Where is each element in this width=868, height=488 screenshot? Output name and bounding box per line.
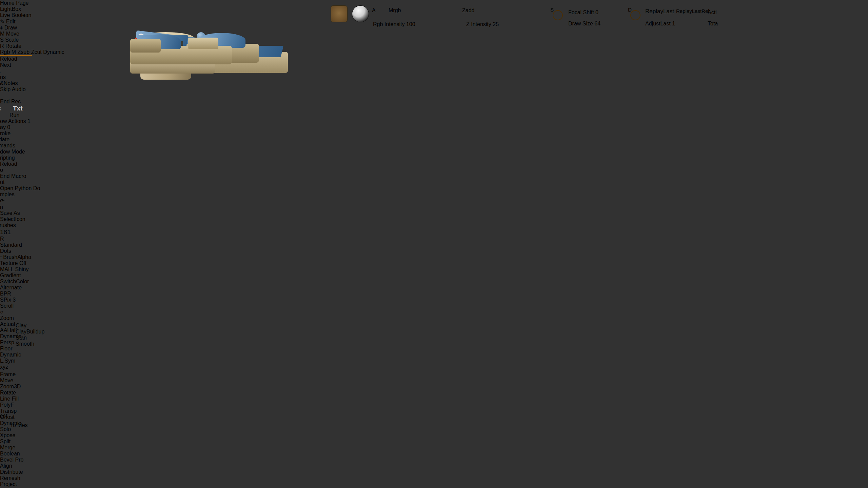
draw-size-slider[interactable]: Draw Size 64 xyxy=(568,21,600,27)
tray-stub-n[interactable]: n xyxy=(0,204,13,210)
focal-shift-slider[interactable]: Focal Shift 0 xyxy=(568,9,598,16)
replay-last-rel-button[interactable]: ReplayLastRel xyxy=(676,8,705,19)
total-label-cut: Tota xyxy=(708,21,718,27)
tray-r-button[interactable]: R xyxy=(0,236,12,242)
dynamic-label[interactable]: Dynamic xyxy=(43,49,64,55)
model-machine-right[interactable] xyxy=(130,83,218,127)
zcut-button: Zcut xyxy=(31,49,42,55)
brush-circle-icon xyxy=(553,10,563,20)
replay-last-button[interactable]: ReplayLast xyxy=(645,8,674,19)
zadd-button[interactable]: Zadd xyxy=(462,7,491,19)
viewport-canvas[interactable] xyxy=(130,32,767,488)
tray-stub-o[interactable]: o xyxy=(0,167,13,173)
activ-label-cut: Acti xyxy=(708,9,717,16)
topbar-button-live-boolean[interactable]: Live Boolean xyxy=(0,12,868,18)
edit-icon: ✎ xyxy=(0,19,4,24)
draw-icon: ⧧ xyxy=(0,25,3,30)
draw-button[interactable]: ⧧ Draw xyxy=(0,25,868,31)
tray-brush-clay[interactable]: Clay xyxy=(16,323,44,329)
tray-brush-smooth[interactable]: Smooth xyxy=(16,341,44,347)
rotate-icon: R xyxy=(0,43,4,49)
model-bottom-left[interactable] xyxy=(130,200,259,230)
move-icon: M xyxy=(0,31,4,37)
axis-gizmo[interactable] xyxy=(130,159,167,200)
tray-brush-claybuildup[interactable]: ClayBuildup xyxy=(16,329,44,335)
tray-brush-stan[interactable]: Stan xyxy=(16,335,44,341)
m-button[interactable]: M xyxy=(12,49,16,55)
tray-run-button[interactable]: Run xyxy=(9,112,31,118)
material-swatch[interactable] xyxy=(331,5,348,22)
adjust-last-slider[interactable]: AdjustLast 1 xyxy=(645,21,675,27)
brush-circle-icon xyxy=(630,10,640,20)
model-bottom-small[interactable] xyxy=(130,263,161,283)
topbar-buttons: Home PageLightBoxLive Boolean xyxy=(0,0,868,18)
tray-brush-list: ClayClayBuildupStanSmooth xyxy=(16,323,44,347)
a-button[interactable]: A xyxy=(372,7,387,19)
tray-stub-ns[interactable]: ns xyxy=(0,74,13,80)
scale-icon: S xyxy=(0,37,4,43)
mrgb-button[interactable]: Mrgb xyxy=(389,7,417,19)
topbar-button-home-page[interactable]: Home Page xyxy=(0,0,868,6)
tray-stub-ut[interactable]: ut xyxy=(0,179,13,185)
edit-button[interactable]: ✎ Edit xyxy=(0,18,868,25)
replay-settings-button[interactable]: D xyxy=(628,7,645,32)
model-bottom-right[interactable] xyxy=(130,230,232,263)
tray-stub-ect[interactable]: ect xyxy=(0,413,12,419)
stroke-settings-button[interactable]: S xyxy=(550,7,568,32)
rgb-button[interactable]: Rgb xyxy=(0,49,10,55)
rgb-intensity-slider[interactable]: Rgb Intensity 100 xyxy=(373,21,415,27)
refresh-icon[interactable]: ⟳ xyxy=(0,198,4,204)
topbar-button-lightbox[interactable]: LightBox xyxy=(0,6,868,12)
zbrush-application: Home PageLightBoxLive Boolean ✎ Edit ⧧ D… xyxy=(0,0,868,488)
tray-to-mesh-button[interactable]: To Mes xyxy=(10,422,47,428)
current-material-sphere[interactable] xyxy=(352,5,369,22)
zsub-button[interactable]: Zsub xyxy=(18,49,30,55)
z-intensity-slider[interactable]: Z Intensity 25 xyxy=(466,21,499,27)
model-white-jug[interactable] xyxy=(130,127,152,159)
